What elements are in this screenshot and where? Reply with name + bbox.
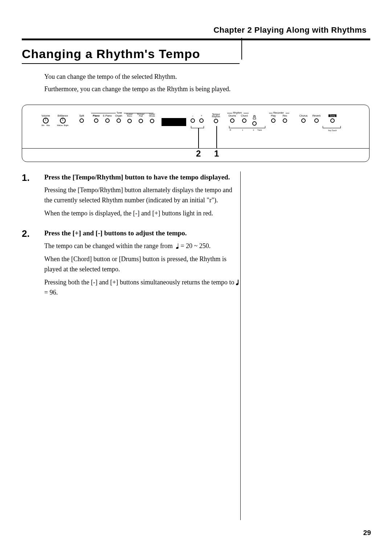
display-screen [162,118,186,126]
side-rule [241,38,242,60]
drums-button [230,118,234,123]
step-2: 2. Press the [+] and [-] buttons to adju… [22,228,370,301]
step-2-p1: The tempo can be changed within the rang… [44,241,240,251]
song-button [330,118,335,123]
step-2-p2: When the [Chord] button or [Drums] butto… [44,254,240,275]
tempo-rhythm-label: Tempo/Rhythm [210,113,222,118]
chord-label: Chord [239,114,249,117]
metronome-button [252,121,257,126]
step-2-heading: Press the [+] and [-] buttons to adjust … [44,228,240,239]
callout-1: 1 [214,149,219,159]
tone-strings: Strings/Pad [135,113,146,117]
key-touch-label: Key Touch [327,129,338,131]
quarter-note-icon [236,280,239,285]
metronome-icon [253,115,256,119]
intro-block: You can change the tempo of the selected… [44,72,240,94]
plus-label: + [199,114,204,117]
quarter-note-icon [176,244,179,249]
voice-button [150,119,154,123]
piano-button [94,118,98,123]
track-1: 1 [242,129,243,131]
song-label: Song [328,114,336,117]
step-2-p3: Pressing both the [-] and [+] buttons si… [44,278,240,298]
step-1-p1: Pressing the [Tempo/Rhythm] button alter… [44,185,240,206]
volume-knob [43,118,49,123]
chorus-button [301,118,306,123]
rec-button [283,118,287,123]
page-title: Changing a Rhythm's Tempo [22,47,241,61]
guitar-button [127,119,132,123]
step-2-number: 2. [22,228,44,301]
vertical-rule [240,171,241,520]
minus-button [191,118,195,123]
brilliance-label: Brilliance [56,114,70,117]
strings-button [139,119,143,123]
page-number: 29 [363,529,371,537]
track-r: R [230,129,231,131]
plus-button [199,118,204,123]
reverb-button [314,118,319,123]
mellow-label: Mellow [57,124,63,126]
min-label: Min [41,124,44,126]
step-1: 1. Press the [Tempo/Rhythm] button to ha… [22,172,370,222]
track-2: 2 [253,129,254,131]
tone-epiano: E.Piano [102,114,113,117]
title-underline [22,63,240,64]
intro-p1: You can change the tempo of the selected… [44,72,240,82]
volume-label: Volume [40,114,52,117]
drums-label: Drums [227,114,237,117]
bright-label: Bright [64,124,69,126]
recorder-group-label: Recorder [273,112,284,114]
rhythm-group-label: Rhythm [233,112,242,114]
play-label: Play [269,114,278,117]
play-button [271,118,275,123]
intro-p2: Furthermore, you can change the tempo as… [44,84,240,94]
tempo-rhythm-button [214,119,218,123]
control-panel-diagram: Volume Min Max Brilliance Mellow Bright … [22,105,369,162]
split-button [79,118,84,123]
tone-organ: Organ [114,114,124,117]
callout-2: 2 [196,149,201,159]
step-1-p2: When the tempo is displayed, the [-] and… [44,208,240,219]
rec-label: Rec [281,114,289,117]
step-1-heading: Press the [Tempo/Rhythm] button to have … [44,172,240,183]
chord-button [242,118,246,123]
brilliance-knob [60,118,66,123]
organ-button [117,118,121,123]
chapter-header: Chapter 2 Playing Along with Rhythms [22,25,370,35]
max-label: Max [46,124,50,126]
tone-guitar: Guitar/Bass [124,113,135,117]
reverb-label: Reverb [311,114,322,117]
chorus-label: Chorus [298,114,309,117]
tone-group-label: Tone [117,112,122,114]
track-label: Track [257,129,262,131]
minus-label: – [190,114,196,117]
epiano-button [105,118,110,123]
tone-piano: Piano [91,114,101,117]
step-1-number: 1. [22,172,44,222]
header-rule [22,39,370,40]
split-label: Split [77,114,86,117]
tone-voice: Voice/Winds [147,113,157,117]
